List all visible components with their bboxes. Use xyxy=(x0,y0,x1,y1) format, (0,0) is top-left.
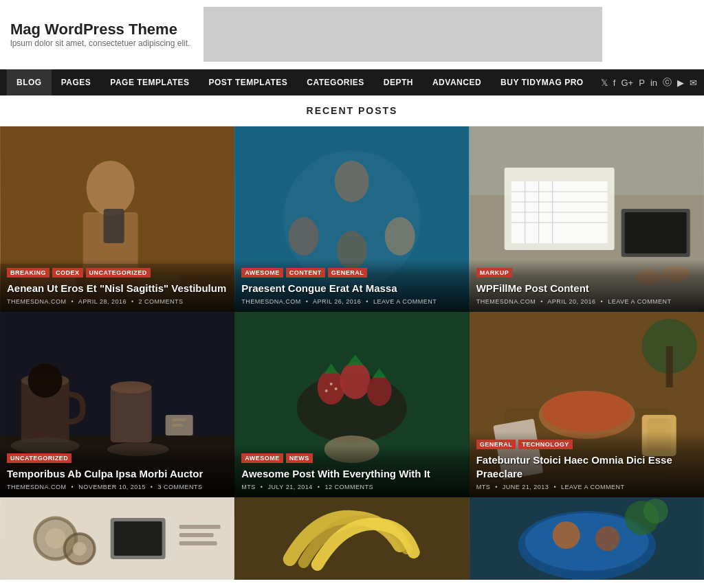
nav-link-depth[interactable]: DEPTH xyxy=(374,69,423,95)
post-overlay-2: AWESOME CONTENT GENERAL Praesent Congue … xyxy=(234,260,469,313)
post-dot2-1: • xyxy=(131,298,134,305)
svg-point-34 xyxy=(28,363,63,398)
post-title-1: Aenean Ut Eros Et "Nisl Sagittis" Vestib… xyxy=(7,282,228,295)
nav-link-post-templates[interactable]: POST TEMPLATES xyxy=(199,69,298,95)
post-comments-2: LEAVE A COMMENT xyxy=(373,298,437,305)
post-author-1: THEMESDNA.COM xyxy=(7,298,67,305)
tag-awesome-2[interactable]: AWESOME xyxy=(241,268,283,278)
nav-item-page-templates[interactable]: PAGE TEMPLATES xyxy=(100,69,199,95)
tag-awesome-5[interactable]: AWESOME xyxy=(241,453,283,463)
social-twitter-link[interactable]: 𝕏 xyxy=(601,78,608,88)
svg-point-79 xyxy=(595,526,619,551)
post-meta-6: MTS • JUNE 21, 2013 • LEAVE A COMMENT xyxy=(476,484,697,490)
nav-item-advanced[interactable]: ADVANCED xyxy=(423,69,491,95)
nav-link-categories[interactable]: CATEGORIES xyxy=(297,69,373,95)
social-youtube-link[interactable]: ▶ xyxy=(677,78,684,88)
social-linkedin-link[interactable]: in xyxy=(650,78,657,88)
post-title-4: Temporibus Ab Culpa Ipsa Morbi Auctor xyxy=(7,467,228,481)
tag-uncategorized[interactable]: UNCATEGORIZED xyxy=(86,268,151,278)
site-header: Mag WordPress Theme lpsum dolor sit amet… xyxy=(0,0,704,69)
svg-rect-71 xyxy=(179,525,221,529)
nav-social: 𝕏 f G+ P in ⓒ ▶ ✉ xyxy=(601,76,697,89)
social-pinterest-link[interactable]: P xyxy=(639,78,645,88)
post-author-4: THEMESDNA.COM xyxy=(7,484,67,490)
svg-rect-62 xyxy=(666,346,672,387)
social-googleplus-link[interactable]: G+ xyxy=(621,78,633,88)
tag-uncategorized-4[interactable]: UNCATEGORIZED xyxy=(7,453,72,463)
svg-rect-41 xyxy=(173,424,183,427)
social-instagram-link[interactable]: ⓒ xyxy=(663,76,672,89)
post-tags-6: GENERAL TECHNOLOGY xyxy=(476,440,697,449)
site-title: Mag WordPress Theme xyxy=(10,21,190,38)
post-meta-5: MTS • JULY 21, 2014 • 12 COMMENTS xyxy=(241,484,462,490)
nav-item-buy[interactable]: BUY TIDYMAG PRO xyxy=(491,69,593,95)
post-author-5: MTS xyxy=(241,484,256,490)
social-email-link[interactable]: ✉ xyxy=(690,78,697,88)
post-card-5[interactable]: AWESOME NEWS Awesome Post With Everythin… xyxy=(234,312,469,497)
tag-content-2[interactable]: CONTENT xyxy=(286,268,325,278)
post-title-6: Fatebuntur Stoici Haec Omnia Dici Esse P… xyxy=(476,453,697,480)
post-comments-6: LEAVE A COMMENT xyxy=(561,484,624,490)
post-card-6[interactable]: GENERAL TECHNOLOGY Fatebuntur Stoici Hae… xyxy=(470,312,704,497)
tag-breaking[interactable]: BREAKING xyxy=(7,268,50,278)
nav-item-pages[interactable]: PAGES xyxy=(52,69,101,95)
post-comments-5: 12 COMMENTS xyxy=(324,484,373,490)
svg-rect-72 xyxy=(179,533,214,537)
post-author-6: MTS xyxy=(476,484,491,490)
post-author-2: THEMESDNA.COM xyxy=(241,298,301,305)
post-card-8[interactable] xyxy=(234,497,469,580)
post-tags-5: AWESOME NEWS xyxy=(241,453,462,463)
tag-general-2[interactable]: GENERAL xyxy=(328,268,368,278)
post-meta-3: THEMESDNA.COM • APRIL 20, 2016 • LEAVE A… xyxy=(476,298,697,305)
tag-technology-6[interactable]: TECHNOLOGY xyxy=(518,440,573,449)
post-tags-4: UNCATEGORIZED xyxy=(7,453,228,463)
nav-item-categories[interactable]: CATEGORIES xyxy=(297,69,373,95)
post-overlay-4: UNCATEGORIZED Temporibus Ab Culpa Ipsa M… xyxy=(0,445,234,498)
post-author-3: THEMESDNA.COM xyxy=(476,298,536,305)
post-overlay-1: BREAKING CODEX UNCATEGORIZED Aenean Ut E… xyxy=(0,260,234,313)
nav-link-advanced[interactable]: ADVANCED xyxy=(423,69,491,95)
post-card-4[interactable]: UNCATEGORIZED Temporibus Ab Culpa Ipsa M… xyxy=(0,312,234,497)
post-card-7[interactable] xyxy=(0,497,234,580)
post-tags-2: AWESOME CONTENT GENERAL xyxy=(241,268,462,278)
post-tags-1: BREAKING CODEX UNCATEGORIZED xyxy=(7,268,228,278)
post-tags-3: MARKUP xyxy=(476,268,697,278)
nav-link-pages[interactable]: PAGES xyxy=(52,69,101,95)
main-nav: BLOG PAGES PAGE TEMPLATES POST TEMPLATES… xyxy=(0,69,704,95)
svg-rect-73 xyxy=(179,541,217,545)
post-overlay-6: GENERAL TECHNOLOGY Fatebuntur Stoici Hae… xyxy=(470,431,704,497)
nav-item-blog[interactable]: BLOG xyxy=(7,69,52,95)
nav-item-depth[interactable]: DEPTH xyxy=(374,69,423,95)
tag-general-6[interactable]: GENERAL xyxy=(476,440,516,449)
header-ad xyxy=(204,7,602,62)
svg-point-66 xyxy=(45,528,66,549)
recent-posts-heading: RECENT POSTS xyxy=(0,95,704,126)
posts-grid-row2: UNCATEGORIZED Temporibus Ab Culpa Ipsa M… xyxy=(0,312,704,497)
tag-markup-3[interactable]: MARKUP xyxy=(476,268,513,278)
svg-point-58 xyxy=(542,391,631,432)
post-date-3: APRIL 20, 2016 xyxy=(547,298,595,305)
posts-grid-row1: BREAKING CODEX UNCATEGORIZED Aenean Ut E… xyxy=(0,126,704,312)
nav-item-post-templates[interactable]: POST TEMPLATES xyxy=(199,69,298,95)
nav-link-page-templates[interactable]: PAGE TEMPLATES xyxy=(100,69,199,95)
tag-codex[interactable]: CODEX xyxy=(52,268,83,278)
post-card-3[interactable]: MARKUP WPFillMe Post Content THEMESDNA.C… xyxy=(470,126,704,312)
nav-links: BLOG PAGES PAGE TEMPLATES POST TEMPLATES… xyxy=(7,69,593,95)
post-card-9[interactable] xyxy=(470,497,704,580)
post-title-5: Awesome Post With Everything With It xyxy=(241,467,462,481)
tag-news-5[interactable]: NEWS xyxy=(286,453,313,463)
post-dot-1: • xyxy=(72,298,74,305)
svg-rect-40 xyxy=(173,418,186,421)
post-card-1[interactable]: BREAKING CODEX UNCATEGORIZED Aenean Ut E… xyxy=(0,126,234,312)
nav-link-buy[interactable]: BUY TIDYMAG PRO xyxy=(491,69,593,95)
svg-point-2 xyxy=(87,161,135,216)
post-meta-4: THEMESDNA.COM • NOVEMBER 10, 2015 • 3 CO… xyxy=(7,484,228,490)
post-comments-3: LEAVE A COMMENT xyxy=(608,298,671,305)
social-facebook-link[interactable]: f xyxy=(613,78,616,88)
post-card-2[interactable]: AWESOME CONTENT GENERAL Praesent Congue … xyxy=(234,126,469,312)
post-date-4: NOVEMBER 10, 2015 xyxy=(78,484,146,490)
post-title-3: WPFillMe Post Content xyxy=(476,282,697,295)
site-branding: Mag WordPress Theme lpsum dolor sit amet… xyxy=(10,21,190,48)
post-title-2: Praesent Congue Erat At Massa xyxy=(241,282,462,295)
nav-link-blog[interactable]: BLOG xyxy=(7,69,52,95)
